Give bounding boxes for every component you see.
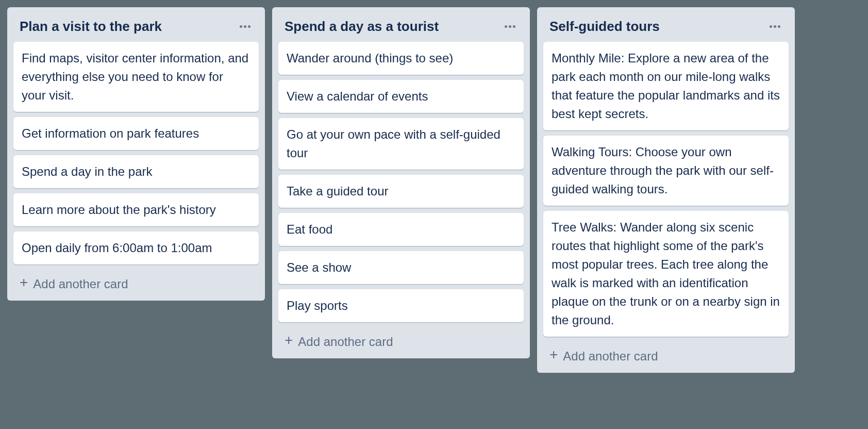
more-icon[interactable] <box>503 23 518 30</box>
card[interactable]: Walking Tours: Choose your own adventure… <box>543 136 789 206</box>
list-title[interactable]: Self-guided tours <box>549 19 660 35</box>
list-spend-day-tourist: Spend a day as a tourist Wander around (… <box>272 7 530 358</box>
add-card-button[interactable]: + Add another card <box>277 327 525 353</box>
add-card-label: Add another card <box>298 335 393 349</box>
cards-container: Wander around (things to see) View a cal… <box>277 42 525 322</box>
list-header: Plan a visit to the park <box>12 13 260 42</box>
add-card-button[interactable]: + Add another card <box>542 342 790 368</box>
card[interactable]: Open daily from 6:00am to 1:00am <box>13 232 259 265</box>
card[interactable]: Get information on park features <box>13 117 259 150</box>
list-title[interactable]: Plan a visit to the park <box>20 19 162 35</box>
add-card-label: Add another card <box>33 277 128 291</box>
cards-container: Monthly Mile: Explore a new area of the … <box>542 42 790 337</box>
card[interactable]: See a show <box>278 251 524 284</box>
list-title[interactable]: Spend a day as a tourist <box>285 19 439 35</box>
list-header: Self-guided tours <box>542 13 790 42</box>
list-plan-visit: Plan a visit to the park Find maps, visi… <box>7 7 265 301</box>
card[interactable]: Take a guided tour <box>278 175 524 208</box>
card[interactable]: Play sports <box>278 289 524 322</box>
card[interactable]: Monthly Mile: Explore a new area of the … <box>543 42 789 130</box>
list-header: Spend a day as a tourist <box>277 13 525 42</box>
card[interactable]: Learn more about the park's history <box>13 193 259 226</box>
card[interactable]: Spend a day in the park <box>13 155 259 188</box>
plus-icon: + <box>549 348 558 362</box>
plus-icon: + <box>285 333 293 348</box>
card[interactable]: Wander around (things to see) <box>278 42 524 75</box>
plus-icon: + <box>20 275 28 290</box>
more-icon[interactable] <box>767 23 782 30</box>
more-icon[interactable] <box>238 23 253 30</box>
card[interactable]: View a calendar of events <box>278 80 524 113</box>
add-card-button[interactable]: + Add another card <box>12 270 260 295</box>
card[interactable]: Tree Walks: Wander along six scenic rout… <box>543 211 789 337</box>
card[interactable]: Find maps, visitor center information, a… <box>13 42 259 112</box>
list-self-guided-tours: Self-guided tours Monthly Mile: Explore … <box>537 7 795 373</box>
card[interactable]: Go at your own pace with a self-guided t… <box>278 118 524 170</box>
cards-container: Find maps, visitor center information, a… <box>12 42 260 265</box>
card[interactable]: Eat food <box>278 213 524 246</box>
add-card-label: Add another card <box>563 349 658 364</box>
